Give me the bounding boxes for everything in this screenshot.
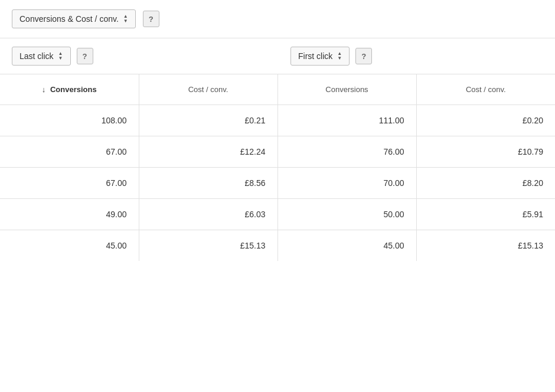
table-header-row: ↓ Conversions Cost / conv. Conversions C… — [0, 74, 555, 105]
col-last-conversions[interactable]: ↓ Conversions — [0, 74, 139, 105]
last-click-section: Last click ▲▼ ? — [12, 47, 283, 66]
cell-first-conversions: 111.00 — [278, 105, 416, 136]
cell-first-cost-conv: £5.91 — [416, 199, 555, 230]
col-last-cost-conv[interactable]: Cost / conv. — [139, 74, 278, 105]
last-click-help-button[interactable]: ? — [77, 48, 93, 64]
cell-last-conversions: 49.00 — [0, 199, 139, 230]
cell-last-conversions: 67.00 — [0, 168, 139, 199]
cell-last-cost-conv: £6.03 — [139, 199, 278, 230]
cell-first-cost-conv: £10.79 — [416, 136, 555, 168]
first-click-section: First click ▲▼ ? — [290, 47, 372, 66]
table-body: 108.00£0.21111.00£0.2067.00£12.2476.00£1… — [0, 105, 555, 262]
cell-first-cost-conv: £0.20 — [416, 105, 555, 136]
last-click-label: Last click — [19, 51, 54, 61]
cell-first-conversions: 45.00 — [278, 230, 416, 262]
metric-dropdown[interactable]: Conversions & Cost / conv. ▲▼ — [12, 9, 136, 28]
data-table-container: ↓ Conversions Cost / conv. Conversions C… — [0, 74, 555, 261]
metric-dropdown-arrows: ▲▼ — [123, 14, 128, 24]
sort-arrow-icon: ↓ — [42, 85, 46, 94]
table-row: 45.00£15.1345.00£15.13 — [0, 230, 555, 262]
topbar-help-button[interactable]: ? — [143, 11, 159, 27]
col-first-conversions[interactable]: Conversions — [278, 74, 416, 105]
cell-first-conversions: 70.00 — [278, 168, 416, 199]
last-click-arrows: ▲▼ — [58, 51, 63, 61]
cell-last-cost-conv: £0.21 — [139, 105, 278, 136]
cell-first-cost-conv: £8.20 — [416, 168, 555, 199]
table-row: 67.00£8.5670.00£8.20 — [0, 168, 555, 199]
subheader-row: Last click ▲▼ ? First click ▲▼ ? — [0, 38, 555, 74]
first-click-dropdown[interactable]: First click ▲▼ — [290, 47, 350, 66]
last-click-dropdown[interactable]: Last click ▲▼ — [12, 47, 71, 66]
cell-last-conversions: 45.00 — [0, 230, 139, 262]
first-click-help-button[interactable]: ? — [355, 48, 372, 64]
table-row: 67.00£12.2476.00£10.79 — [0, 136, 555, 168]
data-table: ↓ Conversions Cost / conv. Conversions C… — [0, 74, 555, 261]
cell-last-cost-conv: £15.13 — [139, 230, 278, 262]
cell-first-conversions: 50.00 — [278, 199, 416, 230]
cell-last-conversions: 67.00 — [0, 136, 139, 168]
metric-dropdown-label: Conversions & Cost / conv. — [19, 14, 119, 24]
cell-last-cost-conv: £8.56 — [139, 168, 278, 199]
table-row: 108.00£0.21111.00£0.20 — [0, 105, 555, 136]
top-bar: Conversions & Cost / conv. ▲▼ ? — [0, 0, 555, 38]
table-row: 49.00£6.0350.00£5.91 — [0, 199, 555, 230]
cell-first-conversions: 76.00 — [278, 136, 416, 168]
first-click-arrows: ▲▼ — [337, 51, 342, 61]
col-first-cost-conv[interactable]: Cost / conv. — [416, 74, 555, 105]
first-click-label: First click — [298, 51, 332, 61]
cell-last-conversions: 108.00 — [0, 105, 139, 136]
cell-first-cost-conv: £15.13 — [416, 230, 555, 262]
cell-last-cost-conv: £12.24 — [139, 136, 278, 168]
